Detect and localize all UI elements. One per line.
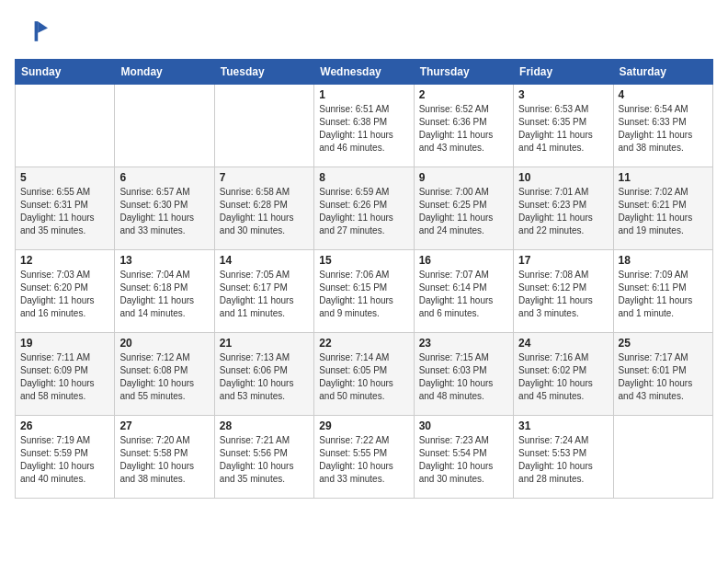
day-info: Sunrise: 7:22 AM Sunset: 5:55 PM Dayligh… (319, 434, 408, 486)
day-number: 5 (20, 171, 109, 184)
calendar-cell: 20Sunrise: 7:12 AM Sunset: 6:08 PM Dayli… (115, 333, 214, 416)
day-info: Sunrise: 7:19 AM Sunset: 5:59 PM Dayligh… (20, 434, 109, 486)
calendar-week-row: 12Sunrise: 7:03 AM Sunset: 6:20 PM Dayli… (16, 250, 713, 333)
logo (15, 15, 51, 48)
calendar-cell: 26Sunrise: 7:19 AM Sunset: 5:59 PM Dayli… (16, 416, 115, 499)
calendar-cell: 18Sunrise: 7:09 AM Sunset: 6:11 PM Dayli… (613, 250, 712, 333)
day-number: 4 (619, 88, 708, 101)
day-number: 3 (518, 88, 608, 101)
day-number: 6 (119, 171, 209, 184)
day-number: 25 (619, 337, 708, 350)
day-info: Sunrise: 7:01 AM Sunset: 6:23 PM Dayligh… (518, 186, 608, 237)
calendar-cell: 17Sunrise: 7:08 AM Sunset: 6:12 PM Dayli… (514, 250, 613, 333)
day-info: Sunrise: 7:24 AM Sunset: 5:53 PM Dayligh… (518, 434, 608, 486)
day-number: 28 (220, 419, 309, 432)
day-number: 2 (419, 88, 508, 101)
day-info: Sunrise: 6:54 AM Sunset: 6:33 PM Dayligh… (619, 103, 708, 155)
day-number: 18 (619, 254, 708, 267)
calendar-week-row: 5Sunrise: 6:55 AM Sunset: 6:31 PM Daylig… (16, 167, 713, 250)
calendar-cell: 21Sunrise: 7:13 AM Sunset: 6:06 PM Dayli… (214, 333, 313, 416)
calendar-table: SundayMondayTuesdayWednesdayThursdayFrid… (15, 59, 713, 499)
calendar-cell: 7Sunrise: 6:58 AM Sunset: 6:28 PM Daylig… (214, 167, 313, 250)
calendar-cell: 24Sunrise: 7:16 AM Sunset: 6:02 PM Dayli… (514, 333, 613, 416)
day-number: 8 (319, 171, 408, 184)
calendar-cell: 11Sunrise: 7:02 AM Sunset: 6:21 PM Dayli… (613, 167, 712, 250)
day-info: Sunrise: 7:14 AM Sunset: 6:05 PM Dayligh… (319, 351, 408, 403)
calendar-cell: 27Sunrise: 7:20 AM Sunset: 5:58 PM Dayli… (115, 416, 214, 499)
day-info: Sunrise: 7:08 AM Sunset: 6:12 PM Dayligh… (518, 269, 608, 320)
day-info: Sunrise: 6:53 AM Sunset: 6:35 PM Dayligh… (518, 103, 608, 155)
weekday-header: Monday (115, 60, 214, 85)
weekday-header: Tuesday (214, 60, 313, 85)
day-info: Sunrise: 7:23 AM Sunset: 5:54 PM Dayligh… (419, 434, 508, 486)
day-info: Sunrise: 6:58 AM Sunset: 6:28 PM Dayligh… (220, 186, 309, 237)
calendar-cell: 4Sunrise: 6:54 AM Sunset: 6:33 PM Daylig… (613, 85, 712, 167)
calendar-cell (613, 416, 712, 499)
day-info: Sunrise: 7:15 AM Sunset: 6:03 PM Dayligh… (419, 351, 508, 403)
day-info: Sunrise: 7:17 AM Sunset: 6:01 PM Dayligh… (619, 351, 708, 403)
day-info: Sunrise: 7:07 AM Sunset: 6:14 PM Dayligh… (419, 269, 508, 320)
calendar-cell (214, 85, 313, 167)
calendar-cell: 13Sunrise: 7:04 AM Sunset: 6:18 PM Dayli… (115, 250, 214, 333)
calendar-cell: 9Sunrise: 7:00 AM Sunset: 6:25 PM Daylig… (414, 167, 513, 250)
day-info: Sunrise: 7:11 AM Sunset: 6:09 PM Dayligh… (20, 351, 109, 403)
weekday-header: Friday (514, 60, 613, 85)
day-number: 24 (518, 337, 608, 350)
calendar-cell: 14Sunrise: 7:05 AM Sunset: 6:17 PM Dayli… (214, 250, 313, 333)
day-number: 14 (220, 254, 309, 267)
day-info: Sunrise: 7:12 AM Sunset: 6:08 PM Dayligh… (119, 351, 209, 403)
calendar-cell (115, 85, 214, 167)
calendar-cell: 30Sunrise: 7:23 AM Sunset: 5:54 PM Dayli… (414, 416, 513, 499)
day-info: Sunrise: 7:04 AM Sunset: 6:18 PM Dayligh… (119, 269, 209, 320)
weekday-header: Saturday (613, 60, 712, 85)
day-number: 31 (518, 419, 608, 432)
day-info: Sunrise: 7:21 AM Sunset: 5:56 PM Dayligh… (220, 434, 309, 486)
calendar-cell: 12Sunrise: 7:03 AM Sunset: 6:20 PM Dayli… (16, 250, 115, 333)
day-info: Sunrise: 7:05 AM Sunset: 6:17 PM Dayligh… (220, 269, 309, 320)
calendar-cell: 19Sunrise: 7:11 AM Sunset: 6:09 PM Dayli… (16, 333, 115, 416)
day-number: 23 (419, 337, 508, 350)
calendar-cell: 16Sunrise: 7:07 AM Sunset: 6:14 PM Dayli… (414, 250, 513, 333)
day-number: 17 (518, 254, 608, 267)
calendar-cell: 2Sunrise: 6:52 AM Sunset: 6:36 PM Daylig… (414, 85, 513, 167)
calendar-header-row: SundayMondayTuesdayWednesdayThursdayFrid… (16, 60, 713, 85)
day-number: 30 (419, 419, 508, 432)
calendar-cell: 25Sunrise: 7:17 AM Sunset: 6:01 PM Dayli… (613, 333, 712, 416)
calendar-cell: 10Sunrise: 7:01 AM Sunset: 6:23 PM Dayli… (514, 167, 613, 250)
day-info: Sunrise: 7:02 AM Sunset: 6:21 PM Dayligh… (619, 186, 708, 237)
svg-rect-0 (15, 15, 48, 48)
day-info: Sunrise: 7:09 AM Sunset: 6:11 PM Dayligh… (619, 269, 708, 320)
svg-rect-2 (35, 21, 39, 41)
day-number: 1 (319, 88, 408, 101)
calendar-cell: 15Sunrise: 7:06 AM Sunset: 6:15 PM Dayli… (314, 250, 414, 333)
day-number: 10 (518, 171, 608, 184)
day-number: 27 (119, 419, 209, 432)
calendar-cell: 5Sunrise: 6:55 AM Sunset: 6:31 PM Daylig… (16, 167, 115, 250)
calendar-cell: 28Sunrise: 7:21 AM Sunset: 5:56 PM Dayli… (214, 416, 313, 499)
day-info: Sunrise: 7:16 AM Sunset: 6:02 PM Dayligh… (518, 351, 608, 403)
calendar-cell: 29Sunrise: 7:22 AM Sunset: 5:55 PM Dayli… (314, 416, 414, 499)
day-info: Sunrise: 6:57 AM Sunset: 6:30 PM Dayligh… (119, 186, 209, 237)
logo-icon (15, 15, 48, 48)
day-info: Sunrise: 7:20 AM Sunset: 5:58 PM Dayligh… (119, 434, 209, 486)
day-number: 21 (220, 337, 309, 350)
weekday-header: Sunday (16, 60, 115, 85)
day-number: 22 (319, 337, 408, 350)
day-number: 13 (119, 254, 209, 267)
day-number: 11 (619, 171, 708, 184)
calendar-cell: 23Sunrise: 7:15 AM Sunset: 6:03 PM Dayli… (414, 333, 513, 416)
day-info: Sunrise: 6:59 AM Sunset: 6:26 PM Dayligh… (319, 186, 408, 237)
calendar-cell: 31Sunrise: 7:24 AM Sunset: 5:53 PM Dayli… (514, 416, 613, 499)
calendar-week-row: 19Sunrise: 7:11 AM Sunset: 6:09 PM Dayli… (16, 333, 713, 416)
day-number: 26 (20, 419, 109, 432)
calendar-cell (16, 85, 115, 167)
calendar-cell: 6Sunrise: 6:57 AM Sunset: 6:30 PM Daylig… (115, 167, 214, 250)
calendar-cell: 22Sunrise: 7:14 AM Sunset: 6:05 PM Dayli… (314, 333, 414, 416)
day-number: 7 (220, 171, 309, 184)
calendar-week-row: 1Sunrise: 6:51 AM Sunset: 6:38 PM Daylig… (16, 85, 713, 167)
day-info: Sunrise: 7:13 AM Sunset: 6:06 PM Dayligh… (220, 351, 309, 403)
weekday-header: Wednesday (314, 60, 414, 85)
day-number: 16 (419, 254, 508, 267)
weekday-header: Thursday (414, 60, 513, 85)
day-info: Sunrise: 7:06 AM Sunset: 6:15 PM Dayligh… (319, 269, 408, 320)
